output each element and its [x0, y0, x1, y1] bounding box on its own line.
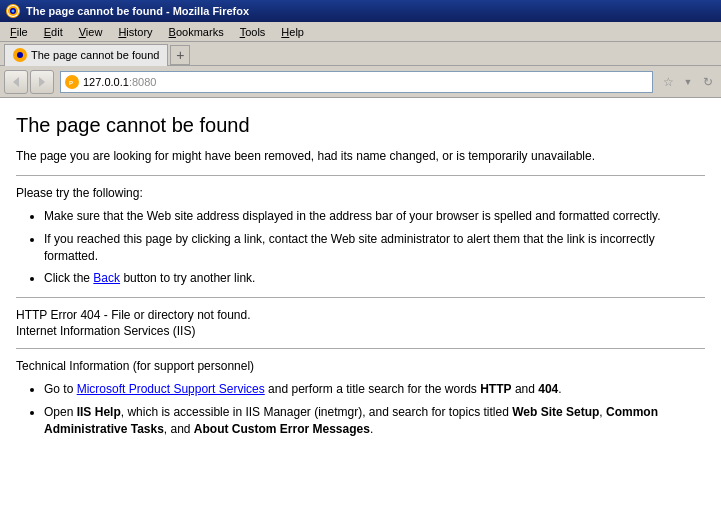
window-title: The page cannot be found - Mozilla Firef… — [26, 5, 249, 17]
menu-view[interactable]: View — [71, 24, 111, 40]
svg-marker-6 — [39, 77, 45, 87]
title-bar: The page cannot be found - Mozilla Firef… — [0, 0, 721, 22]
menu-bar: File Edit View History Bookmarks Tools H… — [0, 22, 721, 42]
ms-support-link[interactable]: Microsoft Product Support Services — [77, 382, 265, 396]
nav-bar: P 127.0.0.1:8080 ☆ ▼ ↻ — [0, 66, 721, 98]
pma-favicon: P — [65, 75, 79, 89]
firefox-icon — [6, 4, 20, 18]
svg-text:P: P — [69, 80, 73, 86]
divider-3 — [16, 348, 705, 349]
tab-bar: The page cannot be found + — [0, 42, 721, 66]
address-bar[interactable]: P 127.0.0.1:8080 — [60, 71, 653, 93]
bullet-2: If you reached this page by clicking a l… — [44, 231, 705, 265]
nav-icons: ☆ ▼ ↻ — [659, 71, 717, 93]
error-description: The page you are looking for might have … — [16, 149, 705, 163]
try-list: Make sure that the Web site address disp… — [44, 208, 705, 287]
back-link[interactable]: Back — [93, 271, 120, 285]
error-heading: The page cannot be found — [16, 114, 705, 137]
tech-list: Go to Microsoft Product Support Services… — [44, 381, 705, 437]
menu-history[interactable]: History — [110, 24, 160, 40]
bullet-1: Make sure that the Web site address disp… — [44, 208, 705, 225]
address-text: 127.0.0.1:8080 — [83, 76, 156, 88]
new-tab-button[interactable]: + — [170, 45, 190, 65]
svg-point-4 — [17, 52, 23, 58]
bookmark-dropdown-icon[interactable]: ▼ — [679, 71, 697, 93]
bullet-3: Click the Back button to try another lin… — [44, 270, 705, 287]
page-content: The page cannot be found The page you ar… — [0, 98, 721, 516]
forward-button[interactable] — [30, 70, 54, 94]
menu-edit[interactable]: Edit — [36, 24, 71, 40]
menu-bookmarks[interactable]: Bookmarks — [161, 24, 232, 40]
back-button[interactable] — [4, 70, 28, 94]
try-heading: Please try the following: — [16, 186, 705, 200]
divider-2 — [16, 297, 705, 298]
divider-1 — [16, 175, 705, 176]
tab-label: The page cannot be found — [31, 49, 159, 61]
tech-bullet-2: Open IIS Help, which is accessible in II… — [44, 404, 705, 438]
refresh-button[interactable]: ↻ — [699, 71, 717, 93]
bookmark-star-icon[interactable]: ☆ — [659, 71, 677, 93]
svg-marker-5 — [13, 77, 19, 87]
tech-heading: Technical Information (for support perso… — [16, 359, 705, 373]
menu-help[interactable]: Help — [273, 24, 312, 40]
error-code-line2: Internet Information Services (IIS) — [16, 324, 705, 338]
tech-bullet-1: Go to Microsoft Product Support Services… — [44, 381, 705, 398]
error-code-line1: HTTP Error 404 - File or directory not f… — [16, 308, 705, 322]
svg-point-2 — [12, 10, 15, 13]
menu-tools[interactable]: Tools — [232, 24, 274, 40]
tab-favicon — [13, 48, 27, 62]
active-tab[interactable]: The page cannot be found — [4, 44, 168, 66]
menu-file[interactable]: File — [2, 24, 36, 40]
